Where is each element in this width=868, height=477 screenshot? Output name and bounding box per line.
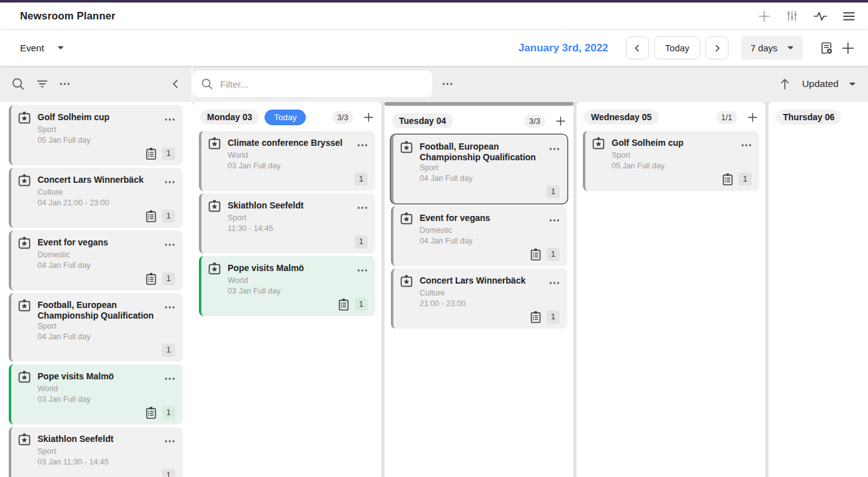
- board-filter-bar: Updated: [193, 66, 868, 102]
- event-card[interactable]: Skiathlon Seefeldt Sport 11:30 - 14:45 1: [199, 193, 375, 254]
- clipboard-icon: [144, 406, 158, 419]
- add-icon[interactable]: [757, 9, 771, 23]
- add-event-icon[interactable]: [840, 41, 855, 56]
- planner-main: Updated Monday 03 Today 3/3 Climate conf…: [193, 66, 868, 477]
- day-column-header: Wednesday 05 1/1: [583, 102, 759, 131]
- view-type-label: Event: [20, 43, 44, 53]
- view-type-dropdown[interactable]: Event: [20, 43, 64, 53]
- clipboard-icon: [721, 173, 734, 186]
- event-time: 04 Jan 21:00 - 23:00: [38, 198, 175, 208]
- planner-board: Monday 03 Today 3/3 Climate conference B…: [193, 102, 868, 477]
- event-category: Culture: [38, 188, 175, 198]
- sort-by-label[interactable]: Updated: [802, 78, 839, 90]
- search-icon: [201, 78, 213, 90]
- card-more-icon[interactable]: [164, 299, 175, 312]
- menu-icon[interactable]: [842, 11, 855, 22]
- prev-day-button[interactable]: [626, 36, 649, 59]
- event-badge-icon: [18, 299, 31, 312]
- event-card[interactable]: Concert Lars Winnerbäck Culture 21:00 - …: [391, 269, 567, 329]
- card-more-icon[interactable]: [164, 370, 175, 384]
- card-more-icon[interactable]: [357, 262, 368, 275]
- day-column-cards: Golf Solheim cup Sport 05 Jan Full day 1: [583, 131, 759, 193]
- card-more-icon[interactable]: [164, 111, 175, 125]
- sort-ascending-icon[interactable]: [779, 77, 791, 91]
- day-label: Monday 03: [200, 110, 259, 125]
- event-time: 05 Jan Full day: [38, 136, 175, 146]
- event-badge-icon: [18, 370, 31, 384]
- event-category: Sport: [38, 447, 175, 457]
- event-time: 04 Jan Full day: [38, 332, 175, 342]
- card-more-icon[interactable]: [549, 212, 560, 225]
- event-card[interactable]: Football, European Championship Qualific…: [391, 135, 567, 203]
- card-more-icon[interactable]: [164, 173, 175, 187]
- add-event-to-day-icon[interactable]: [555, 116, 566, 126]
- current-date-label[interactable]: January 3rd, 2022: [518, 42, 608, 54]
- event-time: 21:00 - 23:00: [420, 299, 560, 309]
- event-title: Event for vegans: [38, 236, 158, 248]
- event-time: 03 Jan Full day: [38, 395, 175, 405]
- caret-down-icon: [58, 46, 64, 49]
- event-card[interactable]: Concert Lars Winnerbäck Culture 04 Jan 2…: [9, 168, 183, 228]
- saved-views-icon[interactable]: [819, 41, 834, 56]
- event-card[interactable]: Event for vegans Domestic 04 Jan Full da…: [9, 230, 183, 290]
- next-day-button[interactable]: [705, 36, 729, 59]
- event-category: Domestic: [420, 226, 560, 236]
- event-card[interactable]: Pope visits Malmö World 03 Jan Full day …: [199, 256, 375, 316]
- more-icon[interactable]: [442, 81, 453, 86]
- note-count-chip: 1: [547, 185, 560, 198]
- app-header: Newsroom Planner: [0, 3, 868, 30]
- sidebar-header: [0, 66, 191, 102]
- event-badge-icon: [18, 173, 31, 187]
- card-more-icon[interactable]: [741, 136, 752, 150]
- clipboard-icon: [144, 272, 158, 285]
- event-card[interactable]: Climate conference Bryssel World 03 Jan …: [199, 131, 375, 191]
- event-title: Football, European Championship Qualific…: [420, 140, 543, 163]
- card-more-icon[interactable]: [357, 136, 368, 150]
- card-more-icon[interactable]: [164, 236, 175, 250]
- event-card[interactable]: Skiathlon Seefeldt Sport 03 Jan 11:30 - …: [9, 427, 183, 477]
- event-title: Pope visits Malmö: [228, 262, 351, 274]
- event-card[interactable]: Golf Solheim cup Sport 05 Jan Full day 1: [9, 105, 183, 165]
- collapse-sidebar-icon[interactable]: [170, 78, 180, 90]
- event-card[interactable]: Golf Solheim cup Sport 05 Jan Full day 1: [583, 131, 759, 191]
- event-time: 04 Jan Full day: [38, 261, 175, 271]
- clipboard-icon: [144, 147, 158, 160]
- note-count-chip: 1: [547, 310, 560, 324]
- day-column-header: Monday 03 Today 3/3: [199, 102, 375, 131]
- note-count-chip: 1: [547, 248, 560, 261]
- event-category: Sport: [38, 125, 175, 135]
- more-icon[interactable]: [59, 81, 70, 86]
- event-category: World: [38, 384, 175, 394]
- event-time: 03 Jan 11:30 - 14:45: [38, 458, 175, 468]
- add-event-to-day-icon[interactable]: [747, 112, 758, 123]
- day-label: Thursday 06: [776, 110, 841, 125]
- card-more-icon[interactable]: [549, 274, 560, 288]
- day-column-cards: Climate conference Bryssel World 03 Jan …: [199, 131, 375, 319]
- search-icon[interactable]: [11, 77, 25, 91]
- card-more-icon[interactable]: [164, 433, 175, 446]
- filter-icon[interactable]: [36, 78, 49, 90]
- day-column-header: Tuesday 04 3/3: [391, 106, 567, 135]
- date-range-label: 7 days: [750, 43, 777, 53]
- event-badge-icon: [18, 236, 31, 250]
- caret-down-icon[interactable]: [849, 83, 855, 86]
- sliders-icon[interactable]: [785, 9, 799, 23]
- today-button[interactable]: Today: [654, 36, 701, 59]
- event-card[interactable]: Event for vegans Domestic 04 Jan Full da…: [391, 206, 567, 266]
- chevron-left-icon: [633, 44, 642, 53]
- note-count-chip: 1: [355, 298, 368, 311]
- event-card[interactable]: Football, European Championship Qualific…: [9, 293, 183, 362]
- card-more-icon[interactable]: [549, 140, 560, 154]
- card-more-icon[interactable]: [357, 199, 368, 213]
- note-count-chip: 1: [162, 210, 175, 223]
- app-title: Newsroom Planner: [20, 10, 757, 22]
- filter-input[interactable]: [220, 79, 424, 90]
- event-time: 03 Jan Full day: [228, 162, 368, 172]
- date-range-dropdown[interactable]: 7 days: [741, 36, 803, 59]
- clipboard-icon: [529, 310, 542, 324]
- event-card[interactable]: Pope visits Malmö World 03 Jan Full day …: [9, 364, 183, 424]
- add-event-to-day-icon[interactable]: [363, 112, 374, 123]
- event-count-badge: 1/1: [716, 111, 737, 124]
- day-label: Wednesday 05: [584, 110, 659, 125]
- activity-icon[interactable]: [813, 10, 828, 23]
